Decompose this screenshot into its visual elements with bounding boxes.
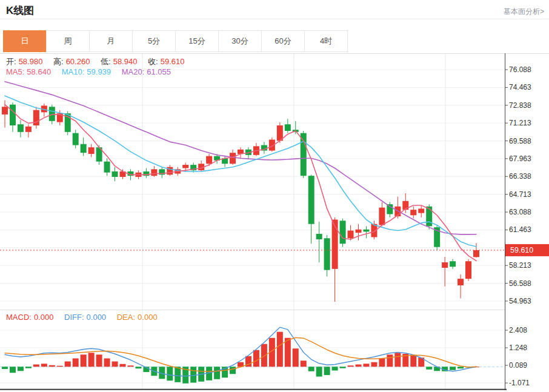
svg-text:1.248: 1.248 bbox=[509, 344, 527, 352]
tab-period-month[interactable]: 月 bbox=[89, 30, 133, 52]
period-tabs: 日 周 月 5分 15分 30分 60分 4时 bbox=[3, 30, 348, 52]
tab-period-week[interactable]: 周 bbox=[46, 30, 90, 52]
tab-period-60min[interactable]: 60分 bbox=[261, 30, 305, 52]
fundamental-analysis-link[interactable]: 基本面分析> bbox=[504, 7, 544, 17]
tab-period-4hour[interactable]: 4时 bbox=[304, 30, 348, 52]
svg-text:-1.071: -1.071 bbox=[509, 379, 530, 387]
svg-text:66.338: 66.338 bbox=[509, 172, 531, 181]
svg-text:71.213: 71.213 bbox=[509, 119, 531, 127]
svg-text:63.088: 63.088 bbox=[509, 208, 531, 216]
kline-chart-area[interactable]: 76.08874.46372.83871.21369.58867.96366.3… bbox=[0, 53, 549, 392]
ma10-line bbox=[5, 96, 476, 247]
svg-text:54.963: 54.963 bbox=[509, 297, 531, 305]
diff-line bbox=[5, 327, 476, 376]
svg-text:2.408: 2.408 bbox=[509, 326, 527, 334]
price-axis: 76.08874.46372.83871.21369.58867.96366.3… bbox=[0, 53, 531, 390]
page-title: K线图 bbox=[6, 4, 34, 18]
candles-layer bbox=[2, 100, 479, 302]
ma5-line bbox=[5, 105, 476, 261]
kline-page: { "header": { "title": "K线图", "analysis_… bbox=[0, 0, 549, 392]
svg-text:74.463: 74.463 bbox=[509, 83, 531, 91]
tab-period-15min[interactable]: 15分 bbox=[175, 30, 219, 52]
svg-text:0.089: 0.089 bbox=[509, 361, 527, 370]
tab-period-day[interactable]: 日 bbox=[3, 30, 47, 52]
tab-period-30min[interactable]: 30分 bbox=[218, 30, 262, 52]
svg-text:76.088: 76.088 bbox=[509, 65, 531, 74]
svg-text:72.838: 72.838 bbox=[509, 101, 531, 110]
svg-text:61.463: 61.463 bbox=[509, 225, 531, 234]
kline-chart-svg[interactable]: 76.08874.46372.83871.21369.58867.96366.3… bbox=[0, 53, 549, 392]
svg-text:67.963: 67.963 bbox=[509, 154, 531, 163]
tab-period-5min[interactable]: 5分 bbox=[132, 30, 176, 52]
svg-text:56.588: 56.588 bbox=[509, 279, 531, 288]
header-divider bbox=[0, 19, 549, 19]
svg-text:59.610: 59.610 bbox=[510, 246, 533, 254]
svg-text:69.588: 69.588 bbox=[509, 137, 531, 145]
svg-text:64.713: 64.713 bbox=[509, 190, 531, 199]
macd-histogram bbox=[2, 332, 479, 384]
svg-text:58.213: 58.213 bbox=[509, 261, 531, 270]
